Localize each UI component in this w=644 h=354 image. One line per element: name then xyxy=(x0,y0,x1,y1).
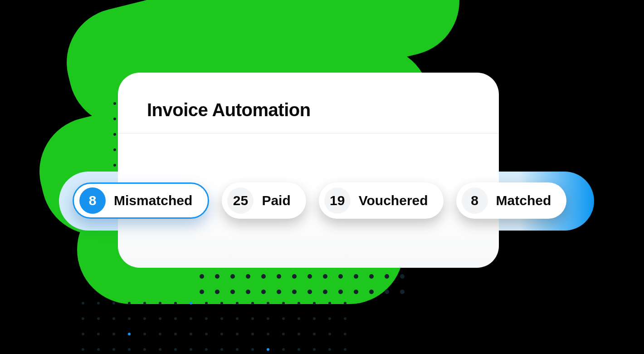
filter-count: 8 xyxy=(462,187,488,214)
card-title: Invoice Automation xyxy=(147,100,470,120)
filter-label: Paid xyxy=(262,193,290,208)
filter-chip-row: 8 Mismatched 25 Paid 19 Vouchered 8 Matc… xyxy=(73,182,566,219)
filter-label: Matched xyxy=(496,193,551,208)
filter-chip-matched[interactable]: 8 Matched xyxy=(456,182,567,219)
filter-label: Mismatched xyxy=(114,193,192,208)
filter-label: Vouchered xyxy=(359,193,428,208)
filter-count: 25 xyxy=(227,187,254,214)
filter-chip-mismatched[interactable]: 8 Mismatched xyxy=(73,182,209,219)
filter-count: 8 xyxy=(79,187,106,214)
filter-chip-paid[interactable]: 25 Paid xyxy=(222,182,306,219)
invoice-automation-card: Invoice Automation xyxy=(118,73,499,268)
filter-count: 19 xyxy=(324,187,351,214)
card-header: Invoice Automation xyxy=(118,73,499,133)
filter-chip-vouchered[interactable]: 19 Vouchered xyxy=(319,182,444,219)
